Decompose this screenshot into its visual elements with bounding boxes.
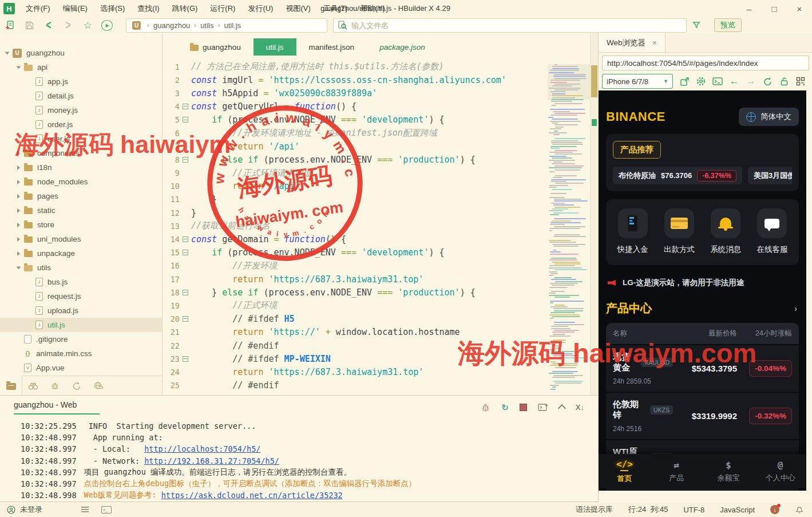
log-link[interactable]: http://192.168.31.27:7054/h5/ xyxy=(144,456,279,465)
tab-search[interactable] xyxy=(22,376,44,395)
menu-item[interactable]: 发行(U) xyxy=(241,0,279,17)
product-row[interactable]: 现货黄金XAUUSD24h 2859.05$5343.3795-0.04%% xyxy=(606,344,799,392)
code-line[interactable]: 3const h5Appid = 'wx025090c8839f889a' xyxy=(163,86,598,100)
notification-bell-icon[interactable] xyxy=(795,505,804,514)
collapse-icon[interactable] xyxy=(558,404,566,412)
code-line[interactable]: 14const getDomain = function() { xyxy=(163,232,598,246)
minimap[interactable] xyxy=(548,64,590,390)
forward-button[interactable]: > xyxy=(58,18,78,33)
code-line[interactable]: 16 //开发环境 xyxy=(163,259,598,273)
tree-item-util.js[interactable]: Jutil.js xyxy=(0,318,162,332)
tree-item-request.js[interactable]: Jrequest.js xyxy=(0,289,162,303)
line-number[interactable]: 6 xyxy=(163,129,180,138)
service-card[interactable]: 出款方式 xyxy=(664,208,695,255)
nav-产品[interactable]: ⇄产品 xyxy=(651,454,703,488)
service-phone[interactable]: 快捷入金 xyxy=(617,208,648,255)
tree-item-user.js[interactable]: Juser.js xyxy=(0,132,162,146)
tree-item-bus.js[interactable]: Jbus.js xyxy=(0,275,162,289)
cursor-position[interactable]: 行:24 列:45 xyxy=(628,504,668,515)
service-chat[interactable]: 在线客服 xyxy=(756,208,787,255)
menu-item[interactable]: 文件(F) xyxy=(19,0,57,17)
line-number[interactable]: 17 xyxy=(163,275,180,284)
tree-item-app.js[interactable]: Japp.js xyxy=(0,74,162,89)
tree-item-money.js[interactable]: Jmoney.js xyxy=(0,103,162,117)
code-line[interactable]: 10 return '/api' xyxy=(163,180,598,193)
tree-item-detail.js[interactable]: Jdetail.js xyxy=(0,89,162,103)
code-line[interactable]: 8 } else if (process.env.NODE_ENV === 'p… xyxy=(163,153,598,166)
tree-item-pages[interactable]: pages xyxy=(0,189,162,203)
code-line[interactable]: 23 // #ifdef MP-WEIXIN xyxy=(163,352,598,365)
outline-icon[interactable] xyxy=(81,507,89,512)
nav-个人中心[interactable]: @个人中心 xyxy=(754,454,806,488)
ticker-pill[interactable]: 布伦特原油$76.3706-6.37%% xyxy=(613,167,742,184)
line-number[interactable]: 25 xyxy=(163,381,180,390)
line-number[interactable]: 23 xyxy=(163,354,180,364)
filter-button[interactable] xyxy=(687,18,706,33)
log-link[interactable]: http://localhost:7054/h5/ xyxy=(144,444,260,453)
line-number[interactable]: 14 xyxy=(163,235,180,244)
code-line[interactable]: 19 //正式环境 xyxy=(163,299,598,312)
fold-icon[interactable] xyxy=(180,250,191,255)
open-external-button[interactable] xyxy=(679,77,690,86)
code-line[interactable]: 18 } else if (process.env.NODE_ENV === '… xyxy=(163,286,598,299)
line-number[interactable]: 22 xyxy=(163,341,180,350)
line-number[interactable]: 4 xyxy=(163,102,180,111)
fold-icon[interactable] xyxy=(180,316,191,322)
syntax-lib-status[interactable]: 语法提示库 xyxy=(576,504,613,515)
line-number[interactable]: 10 xyxy=(163,181,180,191)
line-number[interactable]: 8 xyxy=(163,155,180,164)
line-number[interactable]: 16 xyxy=(163,261,180,270)
fold-icon[interactable] xyxy=(180,104,191,109)
close-button[interactable]: × xyxy=(787,0,812,17)
browser-forward-button[interactable]: → xyxy=(746,76,756,87)
code-line[interactable]: 25 // #endif xyxy=(163,379,598,392)
code-line[interactable]: 17 return 'https://687.3.haiwaiym31.top' xyxy=(163,273,598,286)
recommend-pill[interactable]: 产品推荐 xyxy=(613,141,661,159)
menu-item[interactable]: 编辑(E) xyxy=(57,0,94,17)
line-number[interactable]: 12 xyxy=(163,208,180,218)
fold-icon[interactable] xyxy=(180,157,191,163)
code-line[interactable]: 1// 方法已在全局注册,使用方法时 this.$utils.方法名(参数) xyxy=(163,60,598,73)
login-status[interactable]: 未登录 xyxy=(20,504,42,515)
breadcrumb[interactable]: U guangzhou utils util.js xyxy=(126,18,327,33)
tab-project-explorer[interactable] xyxy=(0,376,22,395)
tab-git[interactable] xyxy=(66,376,88,395)
menu-item[interactable]: 查找(I) xyxy=(131,0,165,17)
tree-item-upload.js[interactable]: Jupload.js xyxy=(0,303,162,318)
clear-console-icon[interactable]: X↓ xyxy=(576,403,584,412)
console-button[interactable] xyxy=(712,77,723,86)
new-file-button[interactable] xyxy=(0,18,19,33)
encoding-status[interactable]: UTF-8 xyxy=(683,506,704,514)
tree-item-components[interactable]: components xyxy=(0,146,162,160)
line-number[interactable]: 11 xyxy=(163,195,180,204)
preview-button[interactable]: 预览 xyxy=(714,18,742,32)
browser-back-button[interactable]: ← xyxy=(729,76,739,87)
menu-item[interactable]: 运行(R) xyxy=(204,0,241,17)
stop-icon[interactable] xyxy=(520,404,527,411)
terminal-icon[interactable]: >_ xyxy=(101,506,112,514)
line-number[interactable]: 3 xyxy=(163,89,180,98)
line-number[interactable]: 13 xyxy=(163,222,180,231)
product-row[interactable]: 伦敦期锌UKZS24h 2516$3319.9992-0.32%% xyxy=(606,392,799,439)
line-number[interactable]: 7 xyxy=(163,142,180,151)
close-tab-icon[interactable]: × xyxy=(652,38,657,47)
url-bar[interactable]: http://localhost:7054/h5/#/pages/index/i… xyxy=(602,56,809,70)
tree-item-uni_modules[interactable]: uni_modules xyxy=(0,232,162,246)
breadcrumb-file[interactable]: util.js xyxy=(224,21,241,30)
code-line[interactable]: 5 if (process.env.NODE_ENV === 'developm… xyxy=(163,113,598,127)
back-button[interactable]: < xyxy=(39,18,58,33)
minimize-button[interactable]: – xyxy=(736,0,762,17)
breadcrumb-project[interactable]: guangzhou xyxy=(153,21,190,30)
file-search-input[interactable] xyxy=(350,21,682,30)
line-number[interactable]: 5 xyxy=(163,115,180,124)
tree-item-store[interactable]: store xyxy=(0,218,162,232)
update-download-icon[interactable]: ↓ xyxy=(770,505,779,514)
line-number[interactable]: 1 xyxy=(163,62,180,72)
language-button[interactable]: 简体中文 xyxy=(739,108,799,126)
editor-scrollbar[interactable] xyxy=(590,33,598,395)
run-button[interactable]: ▶ xyxy=(97,18,117,33)
line-number[interactable]: 20 xyxy=(163,314,180,323)
tree-item-.gitignore[interactable]: .gitignore xyxy=(0,332,162,346)
line-number[interactable]: 9 xyxy=(163,168,180,177)
code-line[interactable]: 20 // #ifdef H5 xyxy=(163,313,598,326)
